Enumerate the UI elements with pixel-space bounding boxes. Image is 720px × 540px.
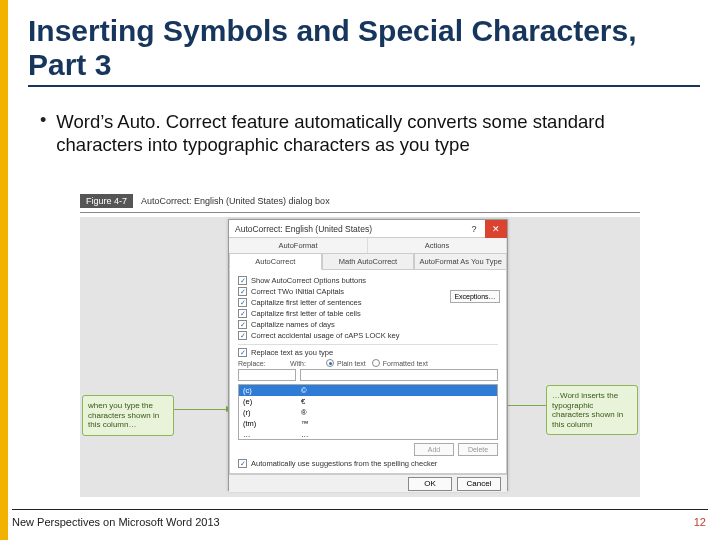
check-label: Capitalize names of days — [251, 320, 335, 329]
accent-bar-left — [0, 0, 8, 540]
radio-plain-label: Plain text — [337, 360, 366, 367]
radio-formatted-text[interactable] — [372, 359, 380, 367]
footer-rule — [12, 509, 708, 510]
checkbox-show-options[interactable] — [238, 276, 247, 285]
close-button[interactable]: ✕ — [485, 220, 507, 238]
bullet-marker: • — [40, 110, 46, 156]
figure-caption: AutoCorrect: English (United States) dia… — [141, 196, 330, 206]
figure-number: Figure 4-7 — [80, 194, 133, 208]
delete-button[interactable]: Delete — [458, 443, 498, 456]
checkbox-two-caps[interactable] — [238, 287, 247, 296]
tab-autoformat-as-type[interactable]: AutoFormat As You Type — [414, 254, 507, 270]
autocorrect-dialog: AutoCorrect: English (United States) ? ✕… — [228, 219, 508, 491]
checkbox-table-cells[interactable] — [238, 309, 247, 318]
tab-math-autocorrect[interactable]: Math AutoCorrect — [322, 254, 415, 270]
dialog-tabs-row1: AutoFormat Actions — [229, 238, 507, 254]
ok-button[interactable]: OK — [408, 477, 452, 491]
checkbox-capslock[interactable] — [238, 331, 247, 340]
callout-left-arrow — [174, 409, 232, 410]
help-button[interactable]: ? — [463, 220, 485, 238]
slide-title: Inserting Symbols and Special Characters… — [28, 14, 700, 87]
page-number: 12 — [694, 516, 706, 528]
check-label: Replace text as you type — [251, 348, 333, 357]
with-label: With: — [290, 360, 320, 367]
figure: Figure 4-7 AutoCorrect: English (United … — [80, 192, 640, 497]
dialog-body: Show AutoCorrect Options buttons Excepti… — [229, 270, 507, 474]
check-label: Capitalize first letter of sentences — [251, 298, 361, 307]
footer-text: New Perspectives on Microsoft Word 2013 — [12, 516, 220, 528]
replace-label: Replace: — [238, 360, 284, 367]
figure-divider — [80, 212, 640, 213]
checkbox-spellcheck-suggest[interactable] — [238, 459, 247, 468]
radio-formatted-label: Formatted text — [383, 360, 428, 367]
list-row: …… — [239, 429, 497, 440]
checkbox-days[interactable] — [238, 320, 247, 329]
callout-right: …Word inserts the typographic characters… — [546, 385, 638, 435]
dialog-titlebar: AutoCorrect: English (United States) ? ✕ — [229, 220, 507, 238]
check-label: Correct accidental usage of cAPS LOCK ke… — [251, 331, 399, 340]
figure-header: Figure 4-7 AutoCorrect: English (United … — [80, 192, 640, 210]
cancel-button[interactable]: Cancel — [457, 477, 501, 491]
replace-input-row — [238, 367, 498, 381]
replace-input[interactable] — [238, 369, 296, 381]
checkbox-replace-as-type[interactable] — [238, 348, 247, 357]
tab-autocorrect[interactable]: AutoCorrect — [229, 254, 322, 270]
list-row: (r)® — [239, 407, 497, 418]
tab-autoformat[interactable]: AutoFormat — [229, 238, 368, 253]
autocorrect-list[interactable]: (c)© (e)€ (r)® (tm)™ …… — [238, 384, 498, 440]
exceptions-button[interactable]: Exceptions… — [450, 290, 500, 303]
replace-with-row: Replace: With: Plain text Formatted text — [238, 359, 498, 367]
bullet-item: • Word’s Auto. Correct feature automatic… — [40, 110, 680, 156]
callout-left: when you type the characters shown in th… — [82, 395, 174, 436]
list-row: (e)€ — [239, 396, 497, 407]
radio-plain-text[interactable] — [326, 359, 334, 367]
bullet-text: Word’s Auto. Correct feature automatical… — [56, 110, 680, 156]
check-label: Correct TWo INitial CApitals — [251, 287, 344, 296]
check-label: Show AutoCorrect Options buttons — [251, 276, 366, 285]
add-button[interactable]: Add — [414, 443, 454, 456]
with-input[interactable] — [300, 369, 498, 381]
figure-body: when you type the characters shown in th… — [80, 217, 640, 497]
list-row: (tm)™ — [239, 418, 497, 429]
separator — [238, 344, 498, 345]
dialog-tabs-row2: AutoCorrect Math AutoCorrect AutoFormat … — [229, 254, 507, 270]
tab-actions[interactable]: Actions — [368, 238, 507, 253]
dialog-footer: OK Cancel — [229, 474, 507, 492]
list-row: (c)© — [239, 385, 497, 396]
check-label: Automatically use suggestions from the s… — [251, 459, 437, 468]
check-label: Capitalize first letter of table cells — [251, 309, 361, 318]
checkbox-sentence[interactable] — [238, 298, 247, 307]
dialog-title: AutoCorrect: English (United States) — [235, 224, 372, 234]
